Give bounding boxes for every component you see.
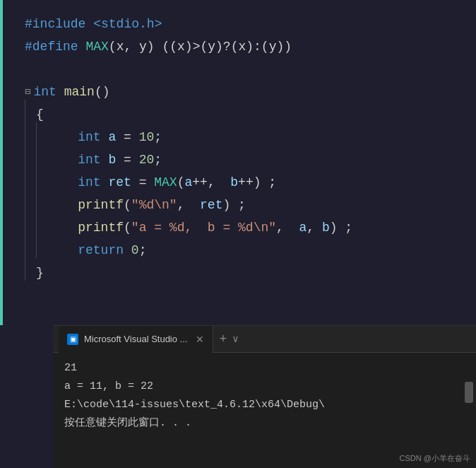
indent-space — [47, 194, 78, 216]
terminal-tab-label: Microsoft Visual Studio ... — [84, 334, 187, 344]
code-line: { — [25, 103, 476, 126]
code-line: #define MAX(x, y) ((x)>(y)?(x):(y)) — [25, 35, 476, 58]
watermark: CSDN @小羊在奋斗 — [400, 453, 470, 464]
token-plain: ) ; — [222, 194, 245, 216]
indent-space — [47, 239, 78, 262]
tab-controls: + ∨ — [219, 332, 238, 346]
token-plain: (x, y) ((x)>(y)?(x):(y)) — [109, 35, 292, 58]
chevron-down-icon[interactable]: ∨ — [232, 333, 238, 345]
token-kw: int — [78, 148, 108, 171]
indent-space — [47, 148, 78, 171]
token-str: "a = %d, b = %d\n" — [131, 216, 276, 239]
terminal-panel: ▣ Microsoft Visual Studio ... ✕ + ∨ 21a … — [53, 325, 476, 468]
token-plain: ( — [177, 171, 185, 194]
left-gutter — [0, 325, 53, 468]
token-plain: ; — [154, 126, 162, 148]
indent-guide — [25, 213, 25, 235]
indent-guide — [25, 122, 25, 145]
token-var: ret — [200, 194, 222, 216]
vs-icon: ▣ — [70, 335, 76, 343]
token-plain: ( — [124, 216, 131, 239]
token-macro: MAX — [154, 171, 177, 194]
code-line: printf("a = %d, b = %d\n", a, b) ; — [25, 216, 476, 239]
token-var: b — [230, 171, 238, 194]
token-plain: , — [276, 216, 299, 239]
terminal-output-line: 21 — [64, 360, 465, 377]
token-num: 10 — [139, 126, 155, 148]
code-line — [25, 58, 476, 81]
indent-guide — [36, 213, 37, 235]
token-fn: main — [64, 81, 95, 103]
code-line: printf("%d\n", ret) ; — [25, 194, 476, 216]
token-kw: int — [78, 171, 108, 194]
token-fn: printf — [78, 194, 124, 216]
token-num: 20 — [139, 148, 155, 171]
indent-guide — [25, 258, 25, 281]
token-op: = — [116, 126, 138, 148]
terminal-tab-icon: ▣ — [67, 334, 78, 345]
editor-area: #include <stdio.h>#define MAX(x, y) ((x)… — [0, 0, 476, 325]
token-fn: printf — [78, 216, 124, 239]
token-pp: #define — [25, 35, 85, 58]
tab-close-button[interactable]: ✕ — [196, 334, 204, 345]
terminal-output-line: E:\code\114-issues\text_4.6.12\x64\Debug… — [64, 397, 465, 414]
token-plain: ++, — [192, 171, 230, 194]
code-line: int b = 20; — [25, 148, 476, 171]
token-op: = — [131, 171, 154, 194]
token-num: 0 — [131, 239, 139, 262]
code-line: return 0; — [25, 239, 476, 262]
token-var: b — [108, 148, 116, 171]
token-var: a — [299, 216, 307, 239]
token-plain: ; — [261, 171, 277, 194]
scrollbar-thumb[interactable] — [465, 382, 473, 403]
token-plain: } — [36, 262, 44, 284]
code-line: int ret = MAX(a++, b++) ; — [25, 171, 476, 194]
token-plain: ) ; — [330, 216, 352, 239]
indent-guide — [25, 168, 25, 190]
code-line: #include <stdio.h> — [25, 13, 476, 35]
token-var: b — [322, 216, 330, 239]
indent-guide — [25, 190, 25, 213]
token-plain: ; — [139, 239, 147, 262]
terminal-tab-bar: ▣ Microsoft Visual Studio ... ✕ + ∨ — [53, 326, 476, 353]
indent-guide — [25, 145, 25, 168]
token-plain: , — [307, 216, 322, 239]
indent-guide — [25, 235, 25, 258]
token-var: ret — [108, 171, 131, 194]
token-plain: ( — [124, 194, 131, 216]
add-tab-button[interactable]: + — [219, 332, 227, 346]
token-var: a — [184, 171, 192, 194]
indent-guides — [25, 258, 36, 288]
token-str: "%d\n" — [131, 194, 177, 216]
terminal-body: 21a = 11, b = 22E:\code\114-issues\text_… — [53, 353, 476, 440]
token-plain: , — [177, 194, 200, 216]
token-kw: int — [33, 81, 64, 103]
token-plain: ++) — [238, 171, 261, 194]
token-op: = — [116, 148, 138, 171]
token-pp: #include <stdio.h> — [25, 13, 162, 35]
terminal-output-line: 按任意键关闭此窗口. . . — [64, 415, 465, 432]
indent-space — [47, 216, 78, 239]
indent-space — [47, 126, 78, 148]
token-var: a — [108, 126, 116, 148]
token-kw: int — [78, 126, 108, 148]
terminal-tab[interactable]: ▣ Microsoft Visual Studio ... ✕ — [59, 326, 213, 353]
code-content: #include <stdio.h>#define MAX(x, y) ((x)… — [0, 7, 476, 284]
indent-guide — [36, 168, 37, 190]
terminal-output-line: a = 11, b = 22 — [64, 378, 465, 395]
indent-guide — [36, 235, 37, 258]
indent-space — [47, 171, 78, 194]
indent-guide — [36, 122, 37, 145]
indent-guide — [25, 100, 25, 122]
token-plain: ; — [154, 148, 162, 171]
green-bar — [0, 0, 3, 325]
token-plain: () — [95, 81, 110, 103]
token-macro: MAX — [85, 35, 108, 58]
code-line: ⊟int main() — [25, 81, 476, 103]
indent-guide — [36, 190, 37, 213]
indent-guide — [36, 145, 37, 168]
code-line: int a = 10; — [25, 126, 476, 148]
code-line: } — [25, 262, 476, 284]
token-kw: return — [78, 239, 131, 262]
